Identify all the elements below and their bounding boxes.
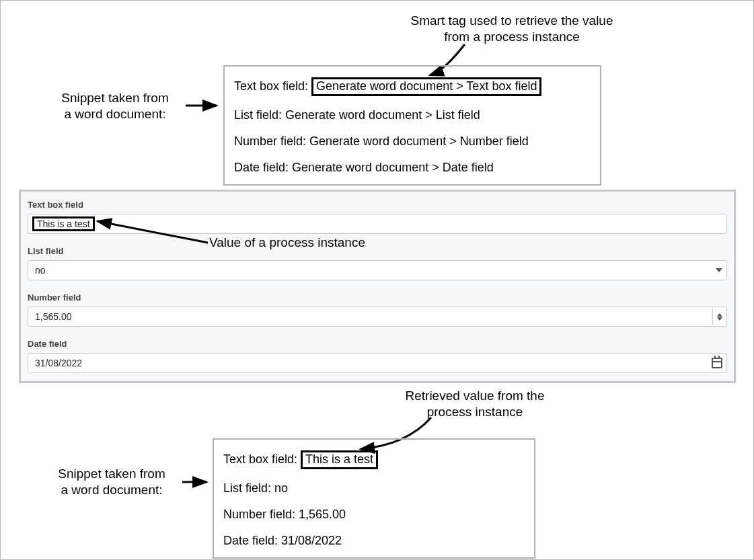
input-list-dropdown[interactable]: no bbox=[28, 260, 727, 280]
result-row-date: Date field: 31/08/2022 bbox=[223, 530, 525, 551]
input-date-picker[interactable]: 31/08/2022 bbox=[28, 353, 727, 373]
arrow-left-to-bottom-snippet bbox=[182, 477, 215, 490]
label-list: List field bbox=[28, 246, 727, 256]
snippet-row-textbox: Text box field: Generate word document >… bbox=[234, 73, 591, 104]
snippet-row-date: Date field: Generate word document > Dat… bbox=[234, 157, 591, 177]
smart-tag-textbox-boxed: Generate word document > Text box field bbox=[311, 77, 541, 96]
top-word-snippet-box: Text box field: Generate word document >… bbox=[223, 65, 601, 186]
bottom-word-snippet-box: Text box field: This is a test List fiel… bbox=[213, 438, 535, 559]
page-frame: Smart tag used to retrieve the valuefrom… bbox=[0, 0, 754, 560]
number-spinner-icon bbox=[712, 309, 722, 325]
annotation-instance-value-caption: Value of a process instance bbox=[209, 235, 365, 251]
result-textbox-prefix: Text box field: bbox=[223, 452, 301, 466]
snippet-textbox-prefix: Text box field: bbox=[234, 79, 311, 93]
label-textbox: Text box field bbox=[28, 200, 727, 210]
input-list-value: no bbox=[35, 265, 46, 276]
input-textbox[interactable]: This is a test bbox=[28, 214, 727, 234]
annotation-snippet-caption-top: Snippet taken froma word document: bbox=[41, 90, 189, 122]
input-textbox-value: This is a test bbox=[32, 216, 95, 231]
chevron-down-icon bbox=[716, 268, 722, 272]
input-number-stepper[interactable]: 1,565.00 bbox=[28, 307, 727, 327]
result-row-number: Number field: 1,565.00 bbox=[223, 504, 525, 530]
snippet-row-list: List field: Generate word document > Lis… bbox=[234, 104, 591, 130]
calendar-icon bbox=[712, 358, 722, 368]
annotation-snippet-caption-bottom: Snippet taken froma word document: bbox=[38, 466, 186, 498]
annotation-retrieved-value-caption: Retrieved value from theprocess instance bbox=[374, 388, 576, 420]
result-row-textbox: Text box field: This is a test bbox=[223, 446, 525, 477]
process-instance-form: Text box field This is a test List field… bbox=[19, 190, 736, 383]
result-textbox-value-boxed: This is a test bbox=[301, 450, 378, 469]
input-number-value: 1,565.00 bbox=[35, 311, 72, 322]
label-date: Date field bbox=[28, 339, 727, 349]
label-number: Number field bbox=[28, 292, 727, 303]
snippet-row-number: Number field: Generate word document > N… bbox=[234, 130, 591, 157]
arrow-left-to-top-snippet bbox=[186, 100, 226, 114]
result-row-list: List field: no bbox=[223, 477, 525, 504]
annotation-smart-tag-caption: Smart tag used to retrieve the valuefrom… bbox=[377, 13, 646, 45]
input-date-value: 31/08/2022 bbox=[35, 358, 82, 368]
